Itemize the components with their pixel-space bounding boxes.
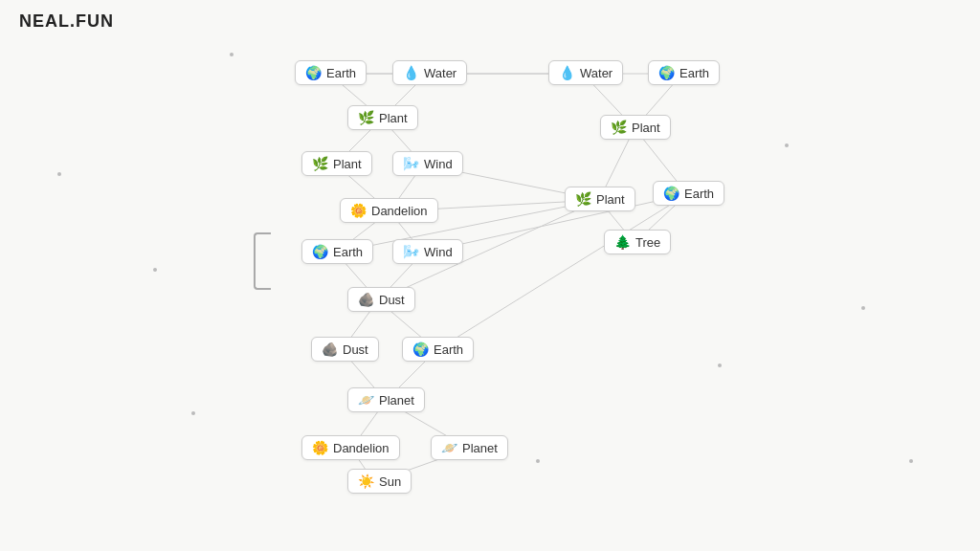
node-earth5[interactable]: 🌍Earth [653,181,724,206]
background-dot [191,411,195,415]
node-icon-water1: 💧 [403,65,419,80]
background-dot [536,459,540,463]
node-icon-earth5: 🌍 [663,186,679,201]
connection-line [436,194,687,350]
background-dot [153,268,157,272]
node-icon-plant3: 🌿 [611,120,627,135]
node-icon-earth4: 🌍 [658,65,675,80]
node-wind2[interactable]: 🌬️Wind [392,239,463,264]
node-icon-tree1: 🌲 [614,234,631,250]
node-plant1[interactable]: 🌿Plant [347,105,418,130]
node-label-earth2: Earth [333,245,363,259]
node-label-earth4: Earth [679,66,709,80]
node-earth4[interactable]: 🌍Earth [648,60,720,85]
node-label-sun1: Sun [379,474,401,489]
node-plant2[interactable]: 🌿Plant [301,151,372,176]
node-planet1[interactable]: 🪐Planet [347,387,425,412]
connections-svg [0,0,980,551]
node-label-planet2: Planet [462,441,498,455]
node-icon-earth1: 🌍 [305,65,322,80]
node-label-earth1: Earth [326,66,356,80]
node-dandelion2[interactable]: 🌼Dandelion [301,435,400,460]
node-icon-earth2: 🌍 [312,244,328,259]
node-sun1[interactable]: ☀️Sun [347,469,412,494]
node-label-wind1: Wind [424,157,453,171]
node-icon-water2: 💧 [559,65,575,80]
node-icon-plant4: 🌿 [575,191,591,207]
background-dot [718,364,722,367]
node-label-dandelion1: Dandelion [371,204,428,218]
bracket [254,232,271,290]
node-dust2[interactable]: 🪨Dust [311,337,379,362]
node-label-plant2: Plant [333,157,362,171]
background-dot [861,306,865,310]
node-label-earth3: Earth [434,342,463,357]
node-dandelion1[interactable]: 🌼Dandelion [340,198,438,223]
node-label-dust2: Dust [343,342,368,357]
node-wind1[interactable]: 🌬️Wind [392,151,463,176]
node-label-earth5: Earth [684,187,714,201]
node-icon-dust1: 🪨 [358,292,374,307]
node-icon-earth3: 🌍 [412,342,429,357]
node-icon-plant1: 🌿 [358,110,374,125]
node-earth3[interactable]: 🌍Earth [402,337,474,362]
node-label-wind2: Wind [424,245,453,259]
node-label-tree1: Tree [635,235,660,250]
node-icon-sun1: ☀️ [358,474,374,489]
node-planet2[interactable]: 🪐Planet [431,435,508,460]
background-dot [57,172,61,176]
background-dot [909,459,913,463]
node-icon-dandelion1: 🌼 [350,203,367,218]
node-label-plant4: Plant [596,192,625,207]
node-label-dandelion2: Dandelion [333,441,390,455]
node-plant3[interactable]: 🌿Plant [600,115,671,140]
node-earth1[interactable]: 🌍Earth [295,60,367,85]
node-label-water2: Water [580,66,612,80]
node-dust1[interactable]: 🪨Dust [347,287,415,312]
background-dot [230,53,234,56]
node-icon-wind1: 🌬️ [403,156,419,171]
node-icon-plant2: 🌿 [312,156,328,171]
background-dot [785,143,789,147]
node-label-plant3: Plant [632,121,660,135]
canvas-area: 🌍Earth💧Water🌿Plant🌿Plant🌬️Wind🌼Dandelion… [0,0,980,551]
node-icon-dandelion2: 🌼 [312,440,328,455]
node-plant4[interactable]: 🌿Plant [565,187,635,211]
node-label-dust1: Dust [379,293,405,307]
node-label-planet1: Planet [379,393,414,408]
node-icon-wind2: 🌬️ [403,244,419,259]
node-icon-planet1: 🪐 [358,392,374,408]
node-water2[interactable]: 💧Water [548,60,623,85]
node-water1[interactable]: 💧Water [392,60,467,85]
node-tree1[interactable]: 🌲Tree [604,230,671,254]
node-icon-dust2: 🪨 [322,342,338,357]
node-label-water1: Water [424,66,457,80]
node-label-plant1: Plant [379,111,408,125]
node-earth2[interactable]: 🌍Earth [301,239,373,264]
node-icon-planet2: 🪐 [441,440,457,455]
